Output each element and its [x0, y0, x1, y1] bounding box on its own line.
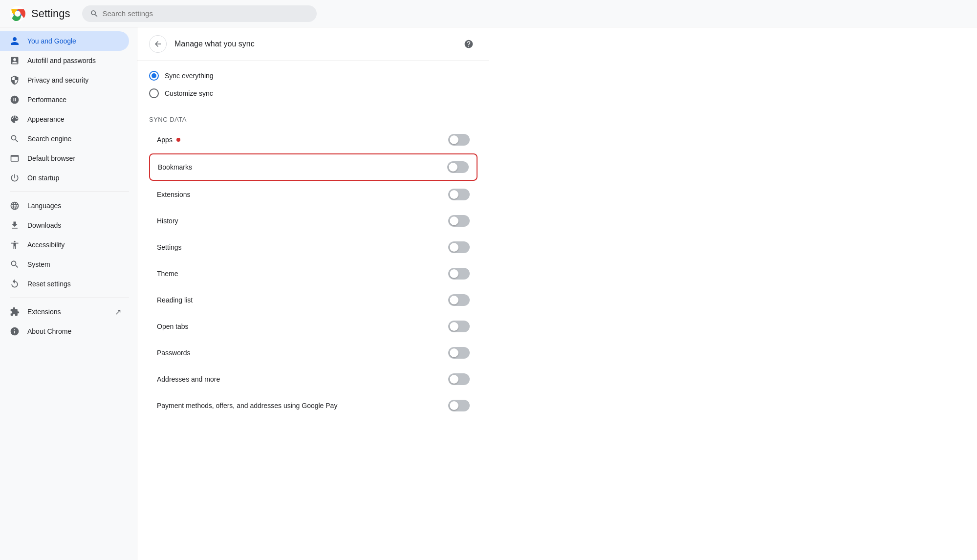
passwords-toggle[interactable]	[448, 347, 470, 359]
sidebar-item-reset-settings[interactable]: Reset settings	[0, 274, 129, 294]
customize-sync-radio[interactable]	[149, 88, 159, 98]
sync-item-bookmarks-name: Bookmarks	[158, 163, 192, 171]
help-icon	[464, 39, 474, 49]
sync-item-history-left: History	[157, 217, 178, 225]
sync-everything-radio[interactable]	[149, 71, 159, 81]
sidebar-item-you-and-google[interactable]: You and Google	[0, 31, 129, 51]
topbar: Settings	[0, 0, 977, 27]
sync-item-addresses-name: Addresses and more	[157, 375, 220, 383]
search-icon	[90, 9, 99, 18]
sync-everything-option[interactable]: Sync everything	[149, 71, 478, 81]
info-icon	[10, 326, 20, 336]
sync-item-settings-name: Settings	[157, 243, 182, 251]
language-icon	[10, 201, 20, 211]
accessibility-icon	[10, 240, 20, 250]
addresses-toggle[interactable]	[448, 373, 470, 385]
sidebar-label-performance: Performance	[27, 96, 121, 104]
sync-item-payment-methods-left: Payment methods, offers, and addresses u…	[157, 402, 337, 409]
sidebar-item-privacy[interactable]: Privacy and security	[0, 70, 129, 90]
sync-item-passwords: Passwords	[149, 340, 478, 366]
autofill-icon	[10, 56, 20, 65]
search-input[interactable]	[103, 9, 309, 18]
sync-item-bookmarks-left: Bookmarks	[158, 163, 192, 171]
sync-item-history-name: History	[157, 217, 178, 225]
sidebar-item-downloads[interactable]: Downloads	[0, 215, 129, 235]
sync-item-reading-list-name: Reading list	[157, 296, 193, 304]
help-button[interactable]	[460, 35, 478, 53]
extensions-toggle[interactable]	[448, 189, 470, 200]
sidebar-label-default-browser: Default browser	[27, 154, 121, 162]
sidebar-item-on-startup[interactable]: On startup	[0, 168, 129, 188]
sidebar-item-system[interactable]: System	[0, 255, 129, 274]
sync-item-settings-left: Settings	[157, 243, 182, 251]
apps-toggle[interactable]	[448, 134, 470, 146]
search-bar[interactable]	[82, 5, 317, 22]
theme-toggle[interactable]	[448, 268, 470, 280]
customize-sync-option[interactable]: Customize sync	[149, 88, 478, 98]
power-icon	[10, 173, 20, 183]
content-inner: Manage what you sync Sync everything Cus…	[137, 27, 489, 435]
sidebar-label-privacy: Privacy and security	[27, 76, 121, 84]
page-header-title: Manage what you sync	[174, 40, 452, 48]
sidebar-label-languages: Languages	[27, 202, 121, 210]
sync-item-addresses: Addresses and more	[149, 366, 478, 392]
sync-item-apps-dot	[176, 138, 180, 142]
sidebar-item-search-engine[interactable]: Search engine	[0, 129, 129, 149]
sidebar-item-default-browser[interactable]: Default browser	[0, 149, 129, 168]
payment-methods-toggle[interactable]	[448, 400, 470, 411]
sidebar-label-autofill: Autofill and passwords	[27, 57, 121, 65]
sidebar-label-reset-settings: Reset settings	[27, 280, 121, 288]
sync-item-apps: Apps	[149, 127, 478, 152]
settings-toggle[interactable]	[448, 241, 470, 253]
sync-item-open-tabs-left: Open tabs	[157, 323, 189, 330]
sidebar-label-on-startup: On startup	[27, 174, 121, 182]
sidebar: You and Google Autofill and passwords Pr…	[0, 27, 137, 560]
sync-item-extensions: Extensions	[149, 182, 478, 207]
sync-item-payment-methods: Payment methods, offers, and addresses u…	[149, 393, 478, 418]
sync-item-payment-methods-name: Payment methods, offers, and addresses u…	[157, 402, 337, 409]
sync-everything-label: Sync everything	[165, 72, 214, 80]
wrench-icon	[10, 259, 20, 269]
main-layout: You and Google Autofill and passwords Pr…	[0, 27, 977, 560]
bookmarks-toggle[interactable]	[447, 161, 469, 173]
sidebar-label-you-and-google: You and Google	[27, 37, 121, 45]
sync-item-open-tabs-name: Open tabs	[157, 323, 189, 330]
sidebar-label-search-engine: Search engine	[27, 135, 121, 143]
gauge-icon	[10, 95, 20, 105]
sidebar-item-accessibility[interactable]: Accessibility	[0, 235, 129, 255]
sync-data-section: Sync data Apps Bookmarks	[137, 116, 489, 418]
shield-icon	[10, 75, 20, 85]
external-link-icon: ↗	[115, 307, 121, 317]
sidebar-item-appearance[interactable]: Appearance	[0, 109, 129, 129]
sidebar-item-performance[interactable]: Performance	[0, 90, 129, 109]
sidebar-label-about-chrome: About Chrome	[27, 327, 121, 335]
back-button[interactable]	[149, 35, 167, 53]
sidebar-label-extensions: Extensions	[27, 308, 107, 316]
sidebar-item-autofill[interactable]: Autofill and passwords	[0, 51, 129, 70]
sidebar-divider	[10, 192, 129, 192]
reading-list-toggle[interactable]	[448, 294, 470, 306]
sidebar-item-languages[interactable]: Languages	[0, 196, 129, 215]
sync-item-theme-name: Theme	[157, 270, 178, 278]
sidebar-item-about-chrome[interactable]: About Chrome	[0, 322, 129, 341]
sync-item-bookmarks: Bookmarks	[149, 153, 478, 181]
sidebar-label-accessibility: Accessibility	[27, 241, 121, 249]
customize-sync-label: Customize sync	[165, 89, 213, 97]
puzzle-icon	[10, 307, 20, 317]
search-nav-icon	[10, 134, 20, 144]
open-tabs-toggle[interactable]	[448, 321, 470, 332]
sync-options: Sync everything Customize sync	[137, 61, 489, 116]
sync-item-history: History	[149, 208, 478, 234]
person-icon	[10, 36, 20, 46]
sync-item-apps-name: Apps	[157, 136, 173, 144]
sidebar-label-downloads: Downloads	[27, 221, 121, 229]
sync-item-reading-list: Reading list	[149, 287, 478, 313]
sync-item-theme: Theme	[149, 261, 478, 286]
sync-item-open-tabs: Open tabs	[149, 314, 478, 339]
sync-item-reading-list-left: Reading list	[157, 296, 193, 304]
history-toggle[interactable]	[448, 215, 470, 227]
sync-item-addresses-left: Addresses and more	[157, 375, 220, 383]
sidebar-item-extensions[interactable]: Extensions ↗	[0, 302, 129, 322]
back-arrow-icon	[153, 40, 162, 48]
sync-item-apps-left: Apps	[157, 136, 180, 144]
